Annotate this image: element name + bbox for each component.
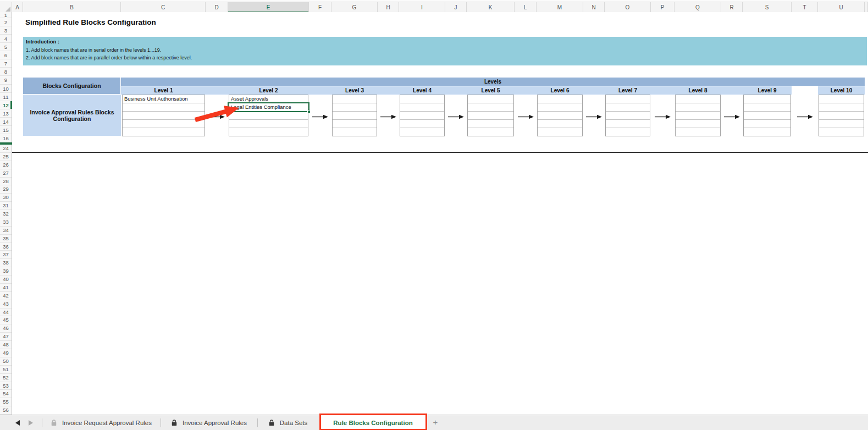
row-header-53[interactable]: 53 bbox=[0, 382, 12, 390]
row-header-36[interactable]: 36 bbox=[0, 243, 12, 251]
cell-level2-row5[interactable] bbox=[229, 128, 308, 136]
cell-level10-row4[interactable] bbox=[819, 120, 864, 128]
cell-level8-row3[interactable] bbox=[676, 112, 720, 120]
row-header-30[interactable]: 30 bbox=[0, 194, 12, 202]
cell-level5-row5[interactable] bbox=[468, 128, 513, 136]
row-header-2[interactable]: 2 bbox=[0, 18, 12, 26]
row-header-24[interactable]: 24 bbox=[0, 145, 12, 153]
row-header-1[interactable]: 1 bbox=[0, 12, 12, 18]
row-header-8[interactable]: 8 bbox=[0, 68, 12, 76]
row-header-15[interactable]: 15 bbox=[0, 126, 12, 134]
column-header-P[interactable]: P bbox=[651, 2, 675, 13]
cell-level1-row1[interactable]: Business Unit Authorisation bbox=[123, 95, 204, 103]
cell-level6-row2[interactable] bbox=[538, 103, 582, 112]
row-header-44[interactable]: 44 bbox=[0, 308, 12, 317]
cell-level3-row4[interactable] bbox=[333, 120, 377, 128]
cell-level7-row4[interactable] bbox=[606, 120, 650, 128]
row-header-32[interactable]: 32 bbox=[0, 210, 12, 218]
row-header-27[interactable]: 27 bbox=[0, 169, 12, 178]
row-header-28[interactable]: 28 bbox=[0, 178, 12, 186]
row-header-41[interactable]: 41 bbox=[0, 284, 12, 292]
row-header-26[interactable]: 26 bbox=[0, 161, 12, 169]
column-header-U[interactable]: U bbox=[818, 2, 865, 13]
blocks-row-label-cell[interactable]: Invoice Approval Rules Blocks Configurat… bbox=[23, 95, 121, 136]
row-header-25[interactable]: 25 bbox=[0, 153, 12, 161]
row-header-45[interactable]: 45 bbox=[0, 316, 12, 324]
column-header-J[interactable]: J bbox=[445, 2, 467, 13]
cell-level6-row3[interactable] bbox=[538, 112, 582, 120]
cell-level8-row5[interactable] bbox=[676, 128, 720, 136]
cell-level10-row5[interactable] bbox=[819, 128, 864, 136]
tabs-scroll-right-button[interactable] bbox=[29, 420, 33, 426]
column-header-A[interactable]: A bbox=[12, 2, 23, 13]
row-header-43[interactable]: 43 bbox=[0, 300, 12, 308]
cell-level5-row1[interactable] bbox=[468, 95, 513, 103]
cell-level10-row3[interactable] bbox=[819, 112, 864, 120]
column-header-Q[interactable]: Q bbox=[675, 2, 721, 13]
column-header-K[interactable]: K bbox=[467, 2, 515, 13]
cell-level6-row1[interactable] bbox=[538, 95, 582, 103]
row-header-46[interactable]: 46 bbox=[0, 324, 12, 333]
level-header-2[interactable]: Level 2 bbox=[229, 86, 308, 95]
column-header-T[interactable]: T bbox=[792, 2, 818, 13]
row-header-51[interactable]: 51 bbox=[0, 366, 12, 374]
column-header-S[interactable]: S bbox=[743, 2, 792, 13]
cell-level4-row4[interactable] bbox=[400, 120, 444, 128]
cell-level10-row2[interactable] bbox=[819, 103, 864, 112]
column-header-N[interactable]: N bbox=[583, 2, 605, 13]
cell-level7-row3[interactable] bbox=[606, 112, 650, 120]
sheet-canvas[interactable]: Simplified Rule Blocks Configuration Int… bbox=[12, 12, 868, 415]
tabs-scroll-left-button[interactable] bbox=[15, 420, 20, 426]
row-header-16[interactable]: 16 bbox=[0, 134, 12, 142]
column-header-L[interactable]: L bbox=[515, 2, 537, 13]
fill-handle[interactable] bbox=[307, 110, 311, 113]
row-header-34[interactable]: 34 bbox=[0, 227, 12, 235]
column-header-H[interactable]: H bbox=[378, 2, 399, 13]
cell-level4-row1[interactable] bbox=[400, 95, 444, 103]
level-header-8[interactable]: Level 8 bbox=[675, 86, 721, 95]
levels-group-header-cell[interactable]: Levels bbox=[121, 78, 865, 86]
row-header-11[interactable]: 11 bbox=[0, 93, 12, 101]
row-header-33[interactable]: 33 bbox=[0, 218, 12, 227]
row-header-4[interactable]: 4 bbox=[0, 35, 12, 43]
tab-data-sets[interactable]: Data Sets bbox=[258, 415, 318, 430]
level-header-4[interactable]: Level 4 bbox=[400, 86, 445, 95]
cell-level9-row1[interactable] bbox=[744, 95, 790, 103]
cell-level9-row3[interactable] bbox=[744, 112, 790, 120]
column-header-E[interactable]: E bbox=[228, 2, 309, 13]
row-header-37[interactable]: 37 bbox=[0, 251, 12, 259]
cell-level3-row3[interactable] bbox=[333, 112, 377, 120]
row-header-14[interactable]: 14 bbox=[0, 118, 12, 126]
row-header-56[interactable]: 56 bbox=[0, 406, 12, 415]
select-all-corner[interactable] bbox=[0, 2, 12, 13]
row-header-40[interactable]: 40 bbox=[0, 275, 12, 284]
row-header-31[interactable]: 31 bbox=[0, 202, 12, 210]
level-header-7[interactable]: Level 7 bbox=[605, 86, 650, 95]
cell-level4-row3[interactable] bbox=[400, 112, 444, 120]
cell-level8-row1[interactable] bbox=[676, 95, 720, 103]
cell-level3-row1[interactable] bbox=[333, 95, 377, 103]
row-header-55[interactable]: 55 bbox=[0, 398, 12, 406]
row-header-12[interactable]: 12 bbox=[0, 101, 12, 109]
level-header-1[interactable]: Level 1 bbox=[122, 86, 205, 95]
row-header-38[interactable]: 38 bbox=[0, 259, 12, 267]
row-header-5[interactable]: 5 bbox=[0, 43, 12, 51]
row-header-29[interactable]: 29 bbox=[0, 185, 12, 194]
cell-level8-row4[interactable] bbox=[676, 120, 720, 128]
cell-level1-row5[interactable] bbox=[123, 128, 204, 136]
column-header-G[interactable]: G bbox=[331, 2, 378, 13]
level-header-5[interactable]: Level 5 bbox=[467, 86, 514, 95]
cell-level8-row2[interactable] bbox=[676, 103, 720, 112]
row-header-6[interactable]: 6 bbox=[0, 51, 12, 59]
cell-level5-row2[interactable] bbox=[468, 103, 513, 112]
tab-invoice-request-approval-rules[interactable]: Invoice Request Approval Rules bbox=[42, 415, 161, 430]
row-header-9[interactable]: 9 bbox=[0, 76, 12, 84]
column-header-C[interactable]: C bbox=[121, 2, 206, 13]
column-header-R[interactable]: R bbox=[721, 2, 743, 13]
column-header-I[interactable]: I bbox=[399, 2, 445, 13]
row-header-10[interactable]: 10 bbox=[0, 85, 12, 93]
level-header-10[interactable]: Level 10 bbox=[819, 86, 864, 95]
level-header-6[interactable]: Level 6 bbox=[537, 86, 583, 95]
cell-level6-row5[interactable] bbox=[538, 128, 582, 136]
row-header-42[interactable]: 42 bbox=[0, 292, 12, 300]
